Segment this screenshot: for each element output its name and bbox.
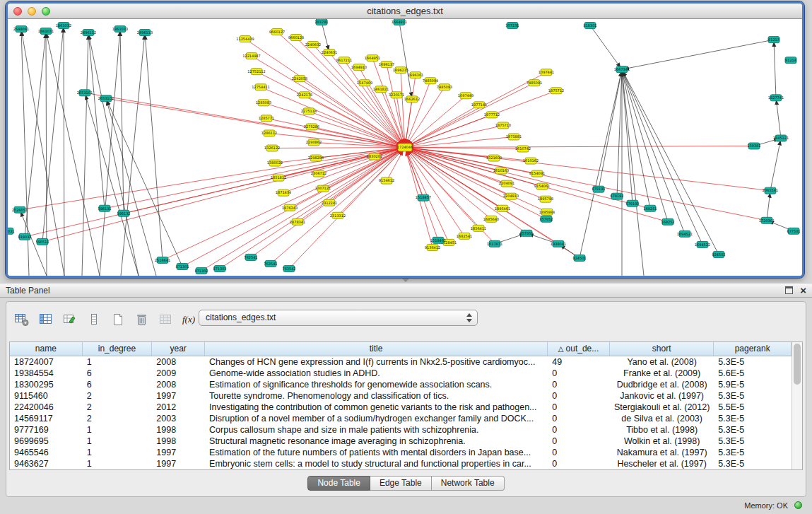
graph-node-label: 1875710 (495, 123, 511, 127)
import-table-button[interactable] (156, 310, 176, 329)
graph-node-label: 679193 (625, 201, 639, 206)
table-cell: 18724007 (10, 356, 83, 368)
table-row[interactable]: 1456911722003Disruption of a novel membe… (10, 413, 792, 424)
table-cell: Tibbo et al. (1998) (610, 424, 714, 436)
graph-node-label: 7485094 (423, 78, 438, 83)
graph-node-label: 2298286 (308, 156, 324, 160)
edit-table-button[interactable] (60, 310, 80, 329)
graph-edge (220, 148, 405, 269)
table-cell: 2 (83, 413, 153, 424)
graph-edge (106, 98, 182, 267)
graph-edge (770, 138, 781, 190)
table-cell: 1998 (152, 424, 205, 436)
panel-resize-handle[interactable] (400, 279, 411, 282)
create-table-button[interactable] (108, 310, 128, 329)
table-cell: 2 (83, 390, 153, 402)
graph-node-label: 1694522 (695, 243, 710, 247)
table-cell: Changes of HCN gene expression and I(f) … (205, 356, 548, 368)
graph-edge (405, 136, 514, 147)
graph-node-label: 2242058 (292, 76, 307, 81)
graph-edge (622, 40, 774, 69)
column-header-name[interactable]: name (10, 342, 83, 356)
table-row[interactable]: 946362711997Embryonic stem cells: a mode… (10, 458, 792, 469)
tab-node-table[interactable]: Node Table (307, 476, 370, 491)
column-header-out_de[interactable]: △out_de... (548, 342, 610, 356)
row-options-button[interactable] (84, 310, 104, 329)
svg-text:f(x): f(x) (182, 314, 195, 325)
table-row[interactable]: 911546021997Tourette syndrome. Phenomeno… (10, 390, 792, 402)
column-header-year[interactable]: year (152, 342, 205, 356)
float-panel-icon[interactable] (785, 286, 793, 294)
table-cell: Investigating the contribution of common… (205, 402, 548, 413)
table-cell: 5.3E-5 (714, 436, 792, 447)
graph-node-label: 2204913 (503, 194, 519, 198)
graph-node-label: 3220171 (389, 93, 404, 97)
graph-node-label: 91214 (785, 58, 796, 62)
close-panel-icon[interactable]: × (800, 286, 806, 295)
table-cell: Estimation of the future numbers of pati… (205, 447, 548, 458)
column-header-short[interactable]: short (610, 342, 714, 356)
table-row[interactable]: 1830029562008Estimation of significance … (10, 379, 792, 390)
table-cell: 2008 (152, 379, 205, 390)
delete-table-button[interactable] (132, 310, 152, 329)
table-toolbar: f(x) (12, 308, 200, 332)
graph-node-label: 2275286 (304, 124, 319, 129)
graph-node-label: 1696215 (393, 68, 408, 72)
table-cell: Estimation of significance thresholds fo… (205, 379, 548, 390)
graph-node-label: 924501 (572, 256, 586, 260)
sort-ascending-icon: △ (558, 345, 564, 353)
column-header-title[interactable]: title (205, 342, 548, 356)
table-row[interactable]: 2242004622012Investigating the contribut… (10, 402, 792, 413)
graph-node-label: 9154091 (529, 171, 545, 175)
table-panel-content: f(x) citations_edges.txt namein_degreeye… (6, 301, 806, 497)
table-row[interactable]: 1872400712008Changes of HCN gene express… (10, 356, 792, 368)
graph-node-label: 91213 (768, 37, 779, 42)
table-cell: 6 (83, 368, 153, 379)
table-cell: 9463627 (10, 458, 83, 469)
table-row[interactable]: 969969511998Structural magnetic resonanc… (10, 436, 792, 447)
graph-node-label: 1097449 (458, 93, 473, 98)
graph-node-label: 9154612 (379, 178, 394, 182)
graph-node-label: 762541 (244, 255, 257, 259)
graph-node-label: 1682541 (457, 234, 472, 238)
column-header-pagerank[interactable]: pagerank (714, 342, 792, 356)
show-hide-columns-button[interactable] (36, 310, 56, 329)
table-cell: 19384554 (10, 368, 83, 379)
table-row[interactable]: 1938455462009Genome-wide association stu… (10, 368, 792, 379)
network-selector[interactable]: citations_edges.txt (199, 310, 478, 326)
column-header-in_degree[interactable]: in_degree (83, 342, 153, 356)
table-panel-titlebar[interactable]: Table Panel × (0, 283, 812, 298)
graph-node-label: 2242178 (297, 93, 312, 97)
network-selector-value: citations_edges.txt (206, 313, 276, 322)
table-scrollbar[interactable] (792, 342, 802, 469)
graph-node-label: 1895461 (495, 206, 510, 211)
function-builder-button[interactable]: f(x) (180, 310, 200, 329)
network-view-window: citations_edges.txt 17240461125443912214… (6, 1, 804, 278)
table-row[interactable]: 977716911998Corpus callosum shape and si… (10, 424, 792, 436)
graph-edge (622, 69, 668, 222)
graph-edge (405, 90, 556, 147)
graph-node-label: 12752112 (247, 69, 265, 74)
table-cell: 9777169 (10, 424, 83, 436)
graph-node-label: 1685640 (483, 217, 499, 221)
graph-node-label: 1610163 (493, 168, 509, 173)
column-settings-button[interactable] (12, 310, 32, 329)
table-scrollbar-thumb[interactable] (794, 344, 801, 385)
window-titlebar[interactable]: citations_edges.txt (8, 4, 802, 19)
graph-node-label: 9660127 (269, 30, 285, 34)
window-title: citations_edges.txt (8, 6, 802, 16)
graph-node-label: 1518457 (416, 195, 431, 199)
graph-edge (579, 69, 622, 258)
table-cell: 5.9E-5 (714, 379, 792, 390)
graph-edge (42, 25, 64, 242)
graph-node-label: 819031 (8, 229, 15, 233)
table-row[interactable]: 946554611997Estimation of the future num… (10, 447, 792, 458)
tab-edge-table[interactable]: Edge Table (370, 476, 432, 491)
graph-node-label: 12214987 (242, 54, 260, 58)
graph-node-label: 9136412 (425, 245, 440, 250)
network-canvas[interactable]: 1724046112544391221498712752112127544111… (8, 19, 802, 276)
graph-svg[interactable]: 1724046112544391221498712752112127544111… (8, 19, 802, 276)
graph-node-label: 2307121 (315, 186, 331, 190)
graph-node-label: 2653101 (77, 90, 93, 95)
tab-network-table[interactable]: Network Table (432, 476, 505, 491)
